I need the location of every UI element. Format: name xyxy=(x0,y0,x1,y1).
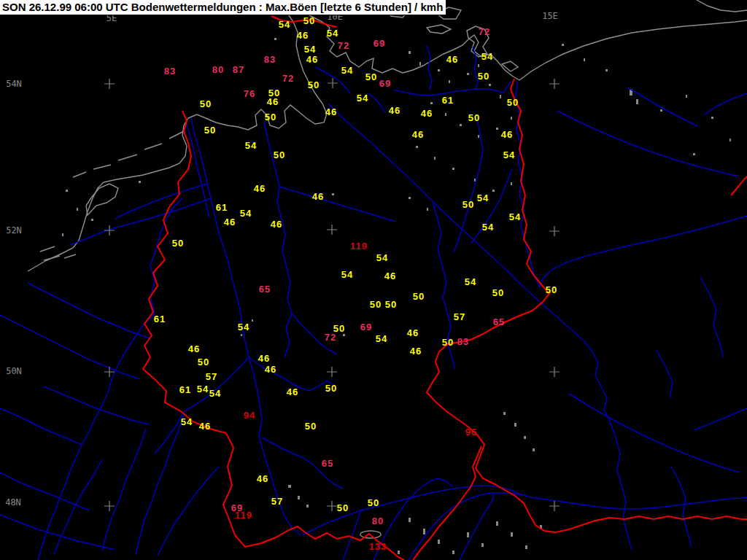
graticule-cross xyxy=(104,79,115,89)
station-value: 46 xyxy=(325,106,337,117)
graticule-cross xyxy=(104,225,115,236)
lat-label: 54N xyxy=(6,79,22,89)
station-value: 54 xyxy=(465,276,476,287)
station-value: 83 xyxy=(457,336,469,347)
station-value: 94 xyxy=(244,410,255,421)
station-value: 46 xyxy=(258,353,270,364)
station-value: 72 xyxy=(338,40,349,51)
graticule-cross xyxy=(104,501,115,511)
station-value: 57 xyxy=(454,311,465,322)
station-value: 54 xyxy=(304,44,316,55)
station-value: 65 xyxy=(493,316,505,327)
station-value: 57 xyxy=(271,496,283,507)
station-value: 54 xyxy=(245,140,257,151)
station-value: 46 xyxy=(312,191,324,202)
station-value: 54 xyxy=(503,149,515,160)
station-value: 54 xyxy=(209,388,221,399)
graticule-cross xyxy=(327,367,337,377)
station-value: 76 xyxy=(244,88,255,99)
station-value: 50 xyxy=(204,125,216,136)
station-value: 54 xyxy=(357,93,368,104)
title-bar: SON 26.12.99 06:00 UTC Bodenwettermeldun… xyxy=(0,0,446,15)
station-value: 80 xyxy=(372,516,384,526)
station-value: 72 xyxy=(282,73,294,84)
lat-label: 50N xyxy=(6,366,22,376)
station-value: 54 xyxy=(327,28,338,39)
station-value: 69 xyxy=(379,78,391,89)
station-value: 46 xyxy=(410,346,422,357)
station-value: 50 xyxy=(468,112,480,123)
station-value: 96 xyxy=(465,427,477,438)
station-value: 54 xyxy=(279,19,290,30)
station-value: 54 xyxy=(481,51,493,62)
station-value: 46 xyxy=(306,54,318,65)
station-value: 72 xyxy=(479,26,490,37)
lat-label: 52N xyxy=(6,225,22,236)
station-value: 119 xyxy=(235,510,252,521)
station-value: 69 xyxy=(360,322,372,332)
station-value: 50 xyxy=(478,71,489,82)
station-value: 50 xyxy=(442,337,454,348)
station-value: 50 xyxy=(492,287,504,298)
station-value: 50 xyxy=(274,149,285,160)
station-value: 57 xyxy=(206,371,217,382)
lon-label: 15E xyxy=(542,11,558,21)
station-value: 50 xyxy=(365,71,377,82)
station-value: 87 xyxy=(233,64,244,75)
station-value: 46 xyxy=(254,183,266,194)
station-value: 65 xyxy=(322,458,333,469)
station-value: 54 xyxy=(197,384,209,394)
station-value: 46 xyxy=(501,129,513,140)
graticule-cross xyxy=(327,225,337,235)
station-value: 46 xyxy=(446,54,458,65)
station-value: 46 xyxy=(267,96,279,107)
station-value: 46 xyxy=(384,271,396,281)
station-value: 46 xyxy=(389,105,400,116)
station-value: 50 xyxy=(337,502,349,513)
station-value: 46 xyxy=(188,343,200,354)
station-value: 83 xyxy=(164,66,176,77)
station-value: 65 xyxy=(259,284,271,295)
station-value: 61 xyxy=(179,384,191,395)
station-value: 50 xyxy=(198,357,209,368)
station-value: 54 xyxy=(181,416,193,427)
station-value: 46 xyxy=(287,386,298,397)
graticule-crosses xyxy=(104,78,560,511)
station-value: 46 xyxy=(407,327,419,338)
station-value: 50 xyxy=(370,299,382,310)
graticule-cross xyxy=(549,79,560,89)
station-value: 46 xyxy=(265,364,276,375)
station-value: 54 xyxy=(482,222,494,233)
station-value: 72 xyxy=(325,332,336,343)
station-value: 46 xyxy=(257,473,268,484)
map-canvas xyxy=(0,0,747,560)
graticule-cross xyxy=(549,367,560,377)
station-value: 50 xyxy=(413,291,425,302)
station-value: 54 xyxy=(341,269,353,280)
station-value: 54 xyxy=(341,65,353,76)
station-value: 80 xyxy=(212,64,224,75)
station-value: 50 xyxy=(303,15,315,26)
station-value: 46 xyxy=(199,421,211,432)
station-value: 119 xyxy=(350,241,368,252)
station-value: 50 xyxy=(546,284,557,295)
graticule-cross xyxy=(327,501,337,511)
station-value: 46 xyxy=(412,129,424,140)
station-value: 46 xyxy=(297,30,309,41)
weather-map-page: { "title_bar": { "text": "SON 26.12.99 0… xyxy=(0,0,747,560)
station-value: 61 xyxy=(216,202,228,213)
station-value: 54 xyxy=(376,252,388,263)
station-value: 50 xyxy=(305,421,317,432)
station-value: 50 xyxy=(368,497,379,508)
title-text: SON 26.12.99 06:00 UTC Bodenwettermeldun… xyxy=(2,1,443,13)
station-value: 61 xyxy=(442,95,454,106)
station-value: 50 xyxy=(385,299,397,310)
station-value: 61 xyxy=(154,314,166,324)
station-value: 69 xyxy=(374,38,385,49)
graticule-cross xyxy=(549,226,560,236)
station-value: 54 xyxy=(238,322,249,332)
station-value: 50 xyxy=(265,112,276,122)
station-value: 50 xyxy=(172,238,184,249)
station-value: 50 xyxy=(308,79,320,90)
station-value: 54 xyxy=(509,211,521,222)
